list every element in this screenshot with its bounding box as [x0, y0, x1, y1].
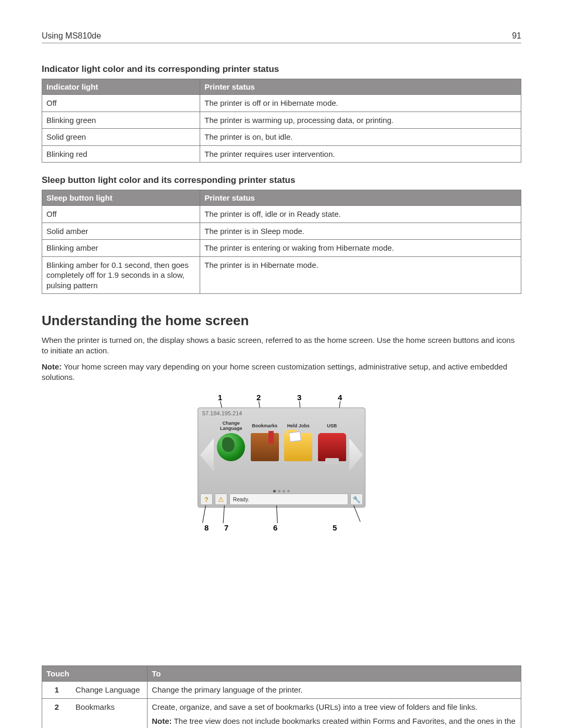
page-number: 91 — [512, 31, 521, 41]
table-cell: Off — [42, 206, 200, 223]
tools-button[interactable]: 🔧 — [350, 493, 363, 505]
table-row: 1Change LanguageChange the primary langu… — [42, 682, 521, 699]
bookmarks-icon — [251, 433, 279, 461]
table-cell: The printer is in Hibernate mode. — [200, 256, 521, 294]
note-body: Your home screen may vary depending on y… — [42, 362, 507, 381]
touch-name: Change Language — [71, 682, 148, 699]
understanding-title: Understanding the home screen — [42, 313, 521, 329]
help-button[interactable]: ? — [200, 493, 213, 505]
touch-description: Change the primary language of the print… — [148, 682, 521, 699]
table-row: 2BookmarksCreate, organize, and save a s… — [42, 699, 521, 728]
ip-address: 57.184.195.214 — [202, 410, 242, 416]
table-cell: Off — [42, 95, 200, 112]
understanding-para1: When the printer is turned on, the displ… — [42, 335, 521, 356]
col-printer-status-2: Printer status — [200, 190, 521, 206]
touch-name: Bookmarks — [71, 699, 148, 728]
table-row: Blinking amber for 0.1 second, then goes… — [42, 256, 521, 294]
sleep-button-table: Sleep button light Printer status OffThe… — [42, 190, 521, 294]
touch-number: 1 — [42, 682, 71, 699]
table-row: Blinking redThe printer requires user in… — [42, 145, 521, 163]
printer-screen: 57.184.195.214 Change Language Bookmarks… — [198, 408, 365, 508]
globe-icon — [217, 433, 245, 461]
usb-icon — [318, 433, 346, 461]
section2-title: Sleep button light color and its corresp… — [42, 175, 521, 186]
col-touch: Touch — [42, 666, 148, 682]
table-cell: The printer is entering or waking from H… — [200, 240, 521, 257]
nav-arrow-right-icon[interactable] — [349, 438, 363, 472]
understanding-note: Note: Your home screen may vary dependin… — [42, 362, 521, 383]
paragraph: Change the primary language of the print… — [152, 685, 517, 695]
table-cell: The printer is warming up, processing da… — [200, 112, 521, 129]
header-left: Using MS810de — [42, 31, 101, 41]
table-cell: The printer is on, but idle. — [200, 129, 521, 146]
touch-description: Create, organize, and save a set of book… — [148, 699, 521, 728]
icon-label: USB — [317, 421, 348, 432]
warning-icon: ⚠ — [218, 496, 224, 503]
table-cell: Solid amber — [42, 223, 200, 240]
table-cell: Blinking amber for 0.1 second, then goes… — [42, 256, 200, 294]
table-cell: Blinking red — [42, 145, 200, 163]
icon-change-language[interactable]: Change Language — [216, 421, 247, 461]
callout-2: 2 — [256, 393, 261, 402]
help-icon: ? — [204, 496, 209, 503]
callout-4: 4 — [338, 393, 342, 402]
paragraph: Note: The tree view does not include boo… — [152, 716, 517, 729]
callout-7: 7 — [224, 523, 228, 532]
table-cell: The printer is off, idle or in Ready sta… — [200, 206, 521, 223]
indicator-light-table: Indicator light Printer status OffThe pr… — [42, 79, 521, 163]
icon-label: Change Language — [216, 421, 247, 432]
callout-3: 3 — [297, 393, 301, 402]
wrench-icon: 🔧 — [352, 496, 361, 503]
table-cell: The printer requires user intervention. — [200, 145, 521, 163]
touch-number: 2 — [42, 699, 71, 728]
callout-6: 6 — [273, 523, 277, 532]
table-row: Solid greenThe printer is on, but idle. — [42, 129, 521, 146]
note-label: Note: — [42, 362, 62, 371]
nav-arrow-left-icon[interactable] — [200, 438, 214, 472]
icon-usb[interactable]: USB — [317, 421, 348, 461]
icon-held-jobs[interactable]: Held Jobs — [283, 421, 314, 461]
homescreen-illustration: 1 2 3 4 57.184.195.214 Change Language — [193, 393, 370, 651]
col-indicator-light: Indicator light — [42, 79, 200, 95]
callout-8: 8 — [204, 523, 209, 532]
icon-bookmarks[interactable]: Bookmarks — [250, 421, 280, 461]
folder-icon — [284, 433, 312, 461]
table-row: OffThe printer is off or in Hibernate mo… — [42, 95, 521, 112]
icon-label: Bookmarks — [250, 421, 280, 432]
col-to: To — [148, 666, 521, 682]
table-row: Solid amberThe printer is in Sleep mode. — [42, 223, 521, 240]
table-row: OffThe printer is off, idle or in Ready … — [42, 206, 521, 223]
callout-5: 5 — [333, 523, 337, 532]
col-printer-status: Printer status — [200, 79, 521, 95]
touch-table: Touch To 1Change LanguageChange the prim… — [42, 665, 521, 728]
table-row: Blinking amberThe printer is entering or… — [42, 240, 521, 257]
status-bar: Ready. — [229, 493, 348, 505]
callout-1: 1 — [218, 393, 222, 402]
table-cell: Blinking green — [42, 112, 200, 129]
table-cell: Solid green — [42, 129, 200, 146]
table-row: Blinking greenThe printer is warming up,… — [42, 112, 521, 129]
table-cell: The printer is in Sleep mode. — [200, 223, 521, 240]
warning-button[interactable]: ⚠ — [215, 493, 227, 505]
page-dots — [273, 490, 290, 492]
section1-title: Indicator light color and its correspond… — [42, 64, 521, 75]
paragraph: Create, organize, and save a set of book… — [152, 702, 517, 712]
table-cell: Blinking amber — [42, 240, 200, 257]
col-sleep-button-light: Sleep button light — [42, 190, 200, 206]
table-cell: The printer is off or in Hibernate mode. — [200, 95, 521, 112]
